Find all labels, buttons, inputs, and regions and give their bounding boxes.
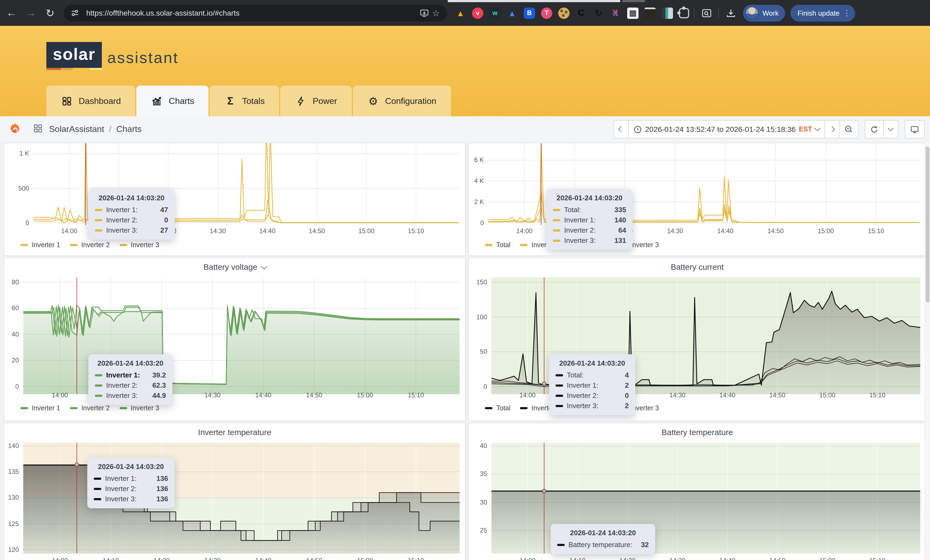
site-settings-icon[interactable] [69, 7, 81, 19]
tooltip-row: Total:4 [556, 371, 629, 379]
apps-grid-icon[interactable] [34, 124, 43, 135]
time-range-picker[interactable]: 2026-01-24 13:52:47 to 2026-01-24 15:18:… [629, 121, 825, 138]
drive-icon[interactable]: ▲ [455, 7, 466, 18]
finish-update-button[interactable]: Finish update ⋮ [790, 5, 855, 21]
timezone-label: EST [799, 126, 812, 133]
chart-panel-battery-voltage: Battery voltage02040608014:0014:1014:201… [4, 258, 465, 421]
plot-area[interactable]: 2530354014:0014:1014:2014:3014:4014:5015… [469, 423, 926, 560]
profile-button[interactable]: Work [743, 5, 785, 21]
time-shift-forward-button[interactable] [825, 121, 839, 138]
breadcrumb-separator: / [109, 124, 112, 134]
x-axis-tick: 14:40 [249, 557, 277, 560]
refresh-interval-dropdown[interactable] [884, 121, 898, 138]
tooltip-time: 2026-01-24 14:03:20 [553, 194, 626, 202]
tooltip-time: 2026-01-24 14:03:20 [557, 529, 649, 537]
pocket-icon[interactable]: v [472, 7, 483, 18]
x-axis-tick: 14:00 [46, 391, 74, 399]
zoom-out-button[interactable] [839, 121, 858, 138]
x-axis-tick: 14:30 [663, 391, 691, 399]
legend-item[interactable]: Inverter 3 [119, 404, 159, 412]
browser-menu-icon[interactable]: ⋮ [843, 8, 851, 18]
legend-item[interactable]: Inverter 1 [20, 404, 60, 412]
x-axis-tick: 14:30 [663, 557, 691, 560]
x-axis-tick: 15:00 [813, 391, 841, 399]
omnibox[interactable]: https://offthehook.us.solar-assistant.io… [63, 5, 447, 21]
todoist-icon[interactable]: T [541, 7, 552, 18]
bitwarden-icon[interactable]: B [524, 7, 535, 18]
legend-item[interactable]: Total [485, 241, 511, 249]
tooltip-row: Inverter 1:136 [94, 474, 168, 482]
tab-charts[interactable]: Charts [137, 86, 209, 116]
finish-update-label: Finish update [798, 9, 839, 17]
back-button[interactable]: ← [3, 5, 19, 21]
tab-configuration[interactable]: ⚙Configuration [353, 86, 451, 116]
page-scrollbar[interactable] [925, 142, 930, 560]
y-axis-tick: 1 K [4, 150, 29, 158]
tab-power[interactable]: Power [280, 86, 351, 116]
x-axis-tick: 15:10 [863, 391, 891, 399]
plot-area[interactable]: 02 K4 K6 K14:0014:1014:2014:3014:4014:50… [469, 143, 926, 255]
side-panel-icon[interactable] [699, 6, 713, 20]
pixel-icon[interactable] [662, 7, 673, 18]
tooltip-row: Inverter 3:136 [94, 495, 168, 503]
y-axis-tick: 120 [4, 546, 19, 554]
downloads-icon[interactable] [724, 6, 738, 20]
legend-item[interactable]: Total [485, 404, 511, 412]
plot-area[interactable]: 05010015014:0014:1014:2014:3014:4014:501… [469, 258, 926, 420]
y-axis-tick: 20 [4, 357, 19, 364]
install-app-icon[interactable] [418, 7, 430, 19]
refresh-button[interactable] [865, 121, 884, 138]
bottle-icon[interactable] [644, 7, 656, 18]
x-axis-tick: 14:00 [511, 227, 539, 235]
tooltip-row: Battery temperature:32 [557, 541, 649, 549]
y-axis-tick: 4 K [469, 177, 484, 185]
time-range-text: 2026-01-24 13:52:47 to 2026-01-24 15:18:… [645, 125, 796, 133]
tooltip-row: Inverter 2:62.3 [95, 381, 166, 389]
plot-area[interactable]: 05001 K14:0014:1014:2014:3014:4014:5015:… [4, 143, 465, 255]
legend-item[interactable]: Inverter 2 [70, 404, 110, 412]
extensions-puzzle-icon[interactable] [679, 8, 689, 18]
breadcrumb-dashboard[interactable]: SolarAssistant [49, 124, 104, 134]
bookmark-star-icon[interactable]: ☆ [430, 7, 442, 19]
drive2-icon[interactable]: ▲ [507, 7, 518, 18]
c-icon[interactable]: C [576, 7, 587, 18]
tab-label: Charts [169, 96, 194, 106]
chart-tooltip: 2026-01-24 14:03:20Inverter 1:136Inverte… [87, 458, 175, 508]
tab-strip-remnant-2 [622, 0, 645, 2]
chart-panel-battery-current: Battery current05010015014:0014:1014:201… [468, 258, 926, 421]
legend-item[interactable]: Inverter 1 [20, 241, 60, 249]
x-blocked-icon[interactable]: X [610, 7, 621, 18]
dashboard-content: 05001 K14:0014:1014:2014:3014:4014:5015:… [0, 142, 930, 560]
x-axis-tick: 14:50 [300, 391, 328, 399]
scrollbar-thumb[interactable] [926, 146, 930, 302]
plot-area[interactable]: 12012513013514014:0014:1014:2014:3014:40… [4, 423, 465, 560]
breadcrumb-page[interactable]: Charts [116, 124, 142, 134]
tab-totals[interactable]: ΣTotals [210, 86, 279, 116]
tab-dashboard[interactable]: Dashboard [46, 86, 135, 116]
qr-icon[interactable]: ▦ [627, 7, 639, 18]
x-axis-tick: 14:40 [249, 391, 277, 399]
y-axis-tick: 0 [469, 383, 487, 390]
logo-solar: solar [46, 42, 102, 68]
legend-item[interactable]: Inverter 2 [70, 241, 110, 249]
chart-panel-inverter-power-left: 05001 K14:0014:1014:2014:3014:4014:5015:… [4, 143, 465, 256]
kiosk-mode-button[interactable] [905, 121, 924, 138]
y-axis-tick: 60 [4, 304, 19, 312]
x-axis-tick: 14:10 [564, 557, 591, 560]
wakatime-icon[interactable]: w [489, 7, 500, 18]
y-axis-tick: 2 K [469, 198, 484, 206]
url-text[interactable]: https://offthehook.us.solar-assistant.io… [86, 9, 418, 17]
sync-icon[interactable]: ↻ [593, 7, 604, 18]
x-axis-tick: 14:50 [763, 557, 791, 560]
x-axis-tick: 14:00 [513, 391, 542, 399]
forward-button[interactable]: → [23, 5, 39, 21]
tooltip-row: Inverter 3:44.9 [95, 391, 166, 399]
solar-assistant-logo: solar assistant [46, 42, 179, 68]
reload-button[interactable]: ↻ [42, 5, 58, 21]
time-shift-back-button[interactable] [614, 121, 629, 138]
stage: ← → ↻ https://offthehook.us.solar-assist… [0, 0, 930, 560]
legend-item[interactable]: Inverter 3 [119, 241, 159, 249]
plot-area[interactable]: 02040608014:0014:1014:2014:3014:4014:501… [4, 258, 465, 420]
cookie-icon[interactable] [558, 7, 570, 18]
tooltip-row: Inverter 1:140 [553, 216, 626, 224]
